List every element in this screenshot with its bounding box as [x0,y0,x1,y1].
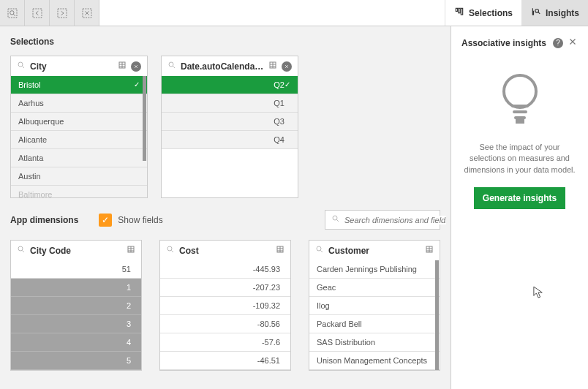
list-item[interactable]: 2 [11,297,141,315]
list-item[interactable]: -80.56 [160,315,290,333]
show-fields-checkbox[interactable] [99,214,112,227]
search-icon [331,214,340,225]
dimension-search[interactable] [325,210,440,230]
table-icon[interactable] [127,245,135,256]
app-dimensions-row: App dimensions Show fields [10,210,440,230]
list-item[interactable]: Albuquerque [11,113,147,131]
insights-panel: Associative insights ? See the impact of… [451,26,588,389]
svg-rect-0 [8,9,17,18]
tab-selections[interactable]: Selections [445,0,521,26]
list-item[interactable]: Packard Bell [309,315,440,333]
list-item[interactable]: -207.23 [160,279,290,297]
list-item[interactable]: Alicante [11,131,147,149]
svg-point-18 [317,246,321,251]
insights-description: See the impact of your selections on mea… [461,142,578,175]
list-item[interactable]: Unison Management Concepts [309,352,440,370]
list-item[interactable]: -109.32 [160,297,290,315]
app-dimensions-label: App dimensions [10,215,78,225]
toolbar-left-group [0,0,99,26]
list-item[interactable]: Ilog [309,297,440,315]
toolbar-right-group: Selections Insights [445,0,588,26]
scrollbar[interactable] [435,260,439,370]
clear-selection-icon[interactable] [131,61,141,72]
list-item[interactable]: Aarhus [11,94,147,113]
search-icon[interactable] [17,245,26,256]
list-item[interactable]: Bristol [11,76,147,94]
card-title: City [30,61,113,72]
list-item[interactable]: -57.6 [160,333,290,352]
tab-label: Insights [546,8,579,18]
smart-search-icon[interactable] [0,0,25,26]
search-icon[interactable] [17,61,26,72]
dimension-card-cost: Cost -445.93 -207.23 -109.32 -80.56 -57.… [159,240,291,371]
scrollbar[interactable] [143,76,146,161]
svg-rect-7 [461,8,462,15]
card-title: City Code [30,246,122,256]
svg-point-16 [167,246,172,251]
generate-insights-button[interactable]: Generate insights [474,187,565,209]
cursor-icon [533,286,543,301]
table-icon[interactable] [276,245,284,256]
list-item[interactable]: Geac [309,279,440,297]
list-item[interactable]: Carden Jennings Publishing [309,260,440,279]
selections-tool-icon [454,7,464,19]
search-icon[interactable] [315,245,324,256]
svg-point-8 [535,10,539,13]
list-item[interactable]: 1 [11,279,141,297]
list-item[interactable]: Baltimore [11,186,147,197]
search-icon[interactable] [166,245,175,256]
svg-point-20 [504,75,536,107]
list-item[interactable]: Austin [11,167,147,186]
table-icon[interactable] [118,61,127,72]
svg-point-13 [333,216,337,220]
selections-heading: Selections [10,37,440,47]
list-item[interactable]: Q3 [162,113,298,131]
step-back-icon[interactable] [25,0,50,26]
list-item[interactable]: 3 [11,315,141,333]
search-input[interactable] [344,216,446,224]
svg-rect-21 [516,119,524,124]
list-item[interactable]: Q4 [162,131,298,149]
svg-rect-5 [456,8,457,11]
list-item[interactable]: Q1 [162,94,298,113]
tab-insights[interactable]: Insights [521,0,588,26]
svg-point-11 [169,62,173,67]
list-item[interactable]: SAS Distribution [309,333,440,352]
help-icon[interactable]: ? [553,38,563,48]
clear-selection-icon[interactable] [282,61,292,72]
table-icon[interactable] [268,61,277,72]
svg-rect-6 [459,8,460,12]
dimension-card-city-code: City Code 51 1 2 3 4 5 [10,240,142,371]
clear-selections-icon[interactable] [75,0,99,26]
card-title: Customer [328,246,421,256]
list-item[interactable]: 4 [11,333,141,352]
close-icon[interactable] [568,37,578,49]
insights-panel-title: Associative insights [461,38,549,48]
svg-point-9 [18,62,23,67]
top-toolbar: Selections Insights [0,0,588,26]
svg-point-1 [10,10,13,14]
list-item[interactable]: Q2 [162,76,298,94]
step-forward-icon[interactable] [50,0,75,26]
card-title: Cost [179,246,271,256]
card-title: Date.autoCalendar.... [181,61,264,72]
list-item[interactable]: 5 [11,352,141,370]
table-icon[interactable] [425,245,434,256]
list-item[interactable]: Atlanta [11,149,147,167]
selection-card-city: City Bristol Aarhus Albuquerque Alicante… [10,56,148,198]
show-fields-label: Show fields [118,215,162,225]
tab-label: Selections [469,8,513,18]
lightbulb-icon [498,71,542,132]
list-item[interactable]: -46.51 [160,352,290,370]
list-item[interactable]: -445.93 [160,260,290,279]
dimension-card-customer: Customer Carden Jennings Publishing Geac… [309,240,440,371]
list-item[interactable]: 51 [11,260,141,279]
selection-card-date: Date.autoCalendar.... Q2 Q1 Q3 Q4 [161,56,298,198]
svg-rect-3 [58,9,67,18]
svg-point-14 [18,246,23,251]
search-icon[interactable] [167,61,176,72]
insights-icon [531,7,541,19]
svg-rect-2 [33,9,42,18]
